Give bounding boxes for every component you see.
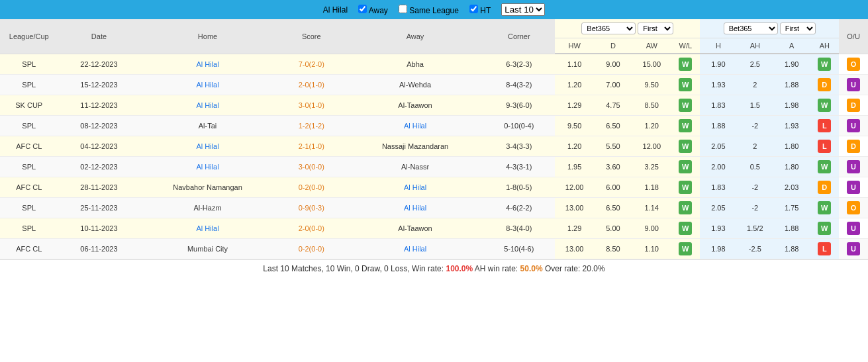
team-link[interactable]: Al Hilal: [196, 142, 218, 150]
table-cell: W: [671, 116, 700, 136]
score-link[interactable]: 3-0(0-0): [299, 163, 324, 171]
table-cell[interactable]: Al Hilal: [140, 75, 275, 95]
table-cell: 1.88: [700, 116, 736, 136]
badge-w: W: [679, 119, 692, 132]
table-cell[interactable]: 2-1(1-0): [275, 136, 348, 157]
table-cell[interactable]: 2-0(1-0): [275, 75, 348, 95]
team-link[interactable]: Al Hilal: [196, 224, 218, 232]
score-link[interactable]: 1-2(1-2): [299, 122, 324, 130]
table-cell: 1.20: [555, 75, 593, 95]
ht-checkbox-label[interactable]: HT: [469, 5, 491, 15]
sub-a: A: [773, 38, 810, 54]
table-cell: -2.5: [737, 239, 773, 259]
sub-wl: W/L: [671, 38, 700, 54]
badge-o: O: [847, 201, 860, 214]
score-link[interactable]: 2-1(1-0): [299, 142, 324, 150]
score-link[interactable]: 2-0(1-0): [299, 81, 324, 89]
table-cell: W: [671, 218, 700, 239]
team-link[interactable]: Al Hilal: [404, 204, 426, 212]
table-cell: 2.05: [700, 136, 736, 157]
team-name: Al Hilal: [323, 5, 348, 15]
team-link[interactable]: Al Hilal: [196, 60, 218, 68]
same-league-checkbox-label[interactable]: Same League: [399, 5, 459, 15]
table-cell: 9.50: [632, 75, 671, 95]
team-link[interactable]: Al Hilal: [404, 245, 426, 253]
table-cell: W: [671, 95, 700, 116]
table-cell[interactable]: 0-2(0-0): [275, 177, 348, 198]
team-link[interactable]: Al Hilal: [404, 122, 426, 130]
table-cell: 2.00: [700, 157, 736, 177]
table-cell: 8-4(3-2): [483, 75, 555, 95]
table-cell: 04-12-2023: [58, 136, 140, 157]
table-cell[interactable]: 0-9(0-3): [275, 198, 348, 218]
table-cell: 8.50: [632, 95, 671, 116]
away-checkbox-label[interactable]: Away: [358, 5, 388, 15]
badge-d: D: [847, 99, 860, 112]
table-cell[interactable]: 3-0(1-0): [275, 95, 348, 116]
table-cell: 5.50: [594, 136, 632, 157]
table-cell: SPL: [0, 116, 58, 136]
table-cell[interactable]: Al Hilal: [348, 177, 483, 198]
team-link[interactable]: Al Hilal: [196, 163, 218, 171]
col-ou: O/U: [839, 19, 868, 54]
table-cell: 9-3(6-0): [483, 95, 555, 116]
ht-checkbox[interactable]: [469, 5, 478, 13]
table-cell[interactable]: Al Hilal: [140, 157, 275, 177]
team-link[interactable]: Al Hilal: [196, 81, 218, 89]
sub-aw: AW: [632, 38, 671, 54]
score-link[interactable]: 0-2(0-0): [299, 183, 324, 191]
score-link[interactable]: 3-0(1-0): [299, 101, 324, 109]
table-cell: 4.75: [594, 95, 632, 116]
table-cell: Al-Wehda: [348, 75, 483, 95]
ht-label: HT: [480, 6, 491, 15]
same-league-checkbox[interactable]: [399, 5, 407, 13]
table-cell: 06-11-2023: [58, 239, 140, 259]
table-row: AFC CL28-11-2023Navbahor Namangan0-2(0-0…: [0, 177, 868, 198]
table-cell: 1.5/2: [737, 218, 773, 239]
table-cell[interactable]: 1-2(1-2): [275, 116, 348, 136]
table-cell[interactable]: Al Hilal: [348, 239, 483, 259]
away-checkbox[interactable]: [358, 5, 367, 13]
table-cell[interactable]: 2-0(0-0): [275, 218, 348, 239]
badge-w: W: [679, 99, 692, 112]
table-cell[interactable]: Al Hilal: [348, 116, 483, 136]
table-cell[interactable]: Al Hilal: [140, 218, 275, 239]
table-cell: L: [810, 239, 839, 259]
table-cell[interactable]: Al Hilal: [140, 95, 275, 116]
table-cell[interactable]: 3-0(0-0): [275, 157, 348, 177]
team-link[interactable]: Al Hilal: [196, 101, 218, 109]
table-cell[interactable]: Al Hilal: [348, 198, 483, 218]
sub-hw: HW: [555, 38, 593, 54]
table-cell: W: [810, 198, 839, 218]
same-league-label: Same League: [409, 6, 459, 15]
table-cell: 22-12-2023: [58, 54, 140, 75]
team-link[interactable]: Al Hilal: [404, 183, 426, 191]
table-cell[interactable]: 0-2(0-0): [275, 239, 348, 259]
last-n-dropdown[interactable]: Last 10 Last 20 Last 30 Last 50: [501, 3, 545, 16]
type2-select[interactable]: FirstEarly: [780, 23, 816, 34]
type1-select[interactable]: FirstEarly: [638, 23, 673, 34]
table-cell[interactable]: Al Hilal: [140, 54, 275, 75]
table-cell: U: [839, 177, 868, 198]
table-cell: 0-10(0-4): [483, 116, 555, 136]
table-cell[interactable]: Al Hilal: [140, 136, 275, 157]
table-cell: 1.18: [632, 177, 671, 198]
table-cell: 6.50: [594, 198, 632, 218]
table-cell: Al-Taawon: [348, 95, 483, 116]
book1-select[interactable]: Bet365William Hill: [581, 23, 636, 34]
badge-w: W: [818, 160, 831, 173]
table-cell: 1.75: [773, 198, 810, 218]
score-link[interactable]: 7-0(2-0): [299, 60, 324, 68]
book2-select[interactable]: Bet365William Hill: [724, 23, 778, 34]
table-cell: 3.25: [632, 157, 671, 177]
badge-w: W: [679, 140, 692, 153]
table-cell: SPL: [0, 54, 58, 75]
table-cell[interactable]: 7-0(2-0): [275, 54, 348, 75]
table-cell: 9.00: [594, 54, 632, 75]
table-cell: 1.93: [773, 116, 810, 136]
badge-u: U: [847, 242, 860, 255]
score-link[interactable]: 0-2(0-0): [299, 245, 324, 253]
over-rate: 20.0%: [583, 264, 605, 273]
score-link[interactable]: 2-0(0-0): [299, 224, 324, 232]
score-link[interactable]: 0-9(0-3): [299, 204, 324, 212]
